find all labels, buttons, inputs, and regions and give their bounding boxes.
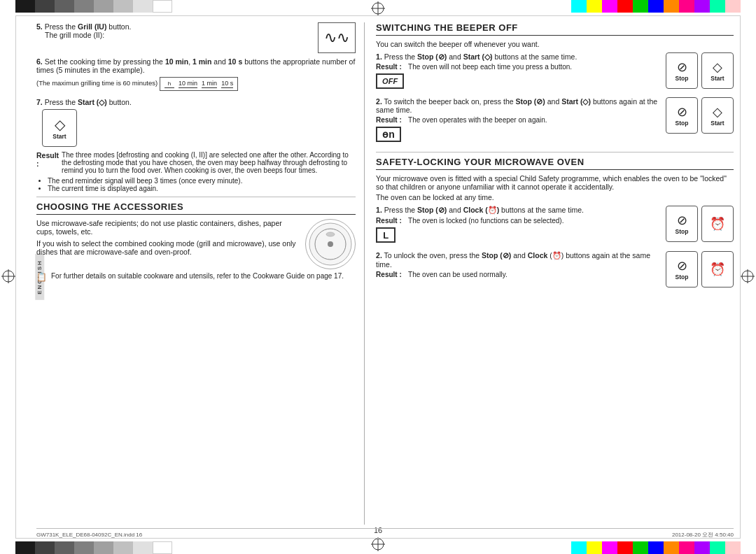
color-bars-bottom-right <box>571 541 741 554</box>
safety-text-2: The oven can be locked at any time. <box>376 193 734 201</box>
step-5-num: 5. <box>36 22 43 31</box>
accessories-section: CHOOSING THE ACCESSORIES Use microwave-s… <box>36 201 356 282</box>
reg-mark-right-center <box>741 269 755 285</box>
svg-point-14 <box>328 241 333 247</box>
step-5-text: 5. Press the Grill (IU) button. The gril… <box>36 22 312 39</box>
stop-button-1: ⊘ Stop <box>666 52 698 89</box>
time-display: h 10 min 1 min 10 s <box>160 77 238 91</box>
stop-button-4: ⊘ Stop <box>666 251 698 287</box>
footer-left: GW731K_ELE_DE68-04092C_EN.indd 16 <box>36 532 142 538</box>
right-column: SWITCHING THE BEEPER OFF You can switch … <box>365 22 734 525</box>
step-7: 7. Press the Start (◇) button. ◇ Start R… <box>36 98 356 192</box>
start-button-2: ◇ Start <box>701 97 734 134</box>
color-bars-top-right <box>571 0 741 13</box>
lock-display: L <box>376 227 396 243</box>
beeper-section: SWITCHING THE BEEPER OFF You can switch … <box>376 22 734 145</box>
safety-section: SAFETY-LOCKING YOUR MICROWAVE OVEN Your … <box>376 157 734 287</box>
color-bars-top-left <box>15 0 172 13</box>
stop-button-2: ⊘ Stop <box>666 97 698 134</box>
beeper-step2-buttons: ⊘ Stop ◇ Start <box>666 97 734 134</box>
left-column: 5. Press the Grill (IU) button. The gril… <box>36 22 364 525</box>
step-7-result: ◇ Start <box>36 109 356 150</box>
divider-safety <box>376 152 734 152</box>
beeper-intro: You can switch the beeper off whenever y… <box>376 40 734 48</box>
start-button-1: ◇ Start <box>701 52 734 89</box>
content-area: 5. Press the Grill (IU) button. The gril… <box>36 22 734 525</box>
footer-right: 2012-08-20 오전 4:50:40 <box>672 531 734 539</box>
off-display: OFF <box>376 73 404 89</box>
on-display: өn <box>376 127 401 142</box>
start-button-icon: ◇ Start <box>42 109 77 147</box>
clock-button-2: ⏰ <box>701 251 734 287</box>
stop-button-3: ⊘ Stop <box>666 206 698 242</box>
beeper-step-2: 2. To switch the beeper back on, press t… <box>376 97 734 145</box>
divider-accessories <box>36 197 356 197</box>
accessories-heading: CHOOSING THE ACCESSORIES <box>36 201 356 215</box>
beeper-step-1: 1. Press the Stop (⊘) and Start (◇) butt… <box>376 52 734 92</box>
step-7-bullets: The end reminder signal will beep 3 time… <box>48 177 356 192</box>
accessories-text-1: Use microwave-safe recipients; do not us… <box>36 219 301 236</box>
accessories-text-2: If you wish to select the combined cooki… <box>36 239 301 256</box>
accessories-note: 📋 For further details on suitable cookwa… <box>36 272 356 282</box>
step-5-bold: Grill (IU) <box>78 22 106 31</box>
safety-step-2: 2. To unlock the oven, press the Stop (⊘… <box>376 251 734 287</box>
svg-point-15 <box>326 232 335 236</box>
grill-icon-box: ∿∿ <box>318 22 356 53</box>
step-6: 6. Set the cooking time by pressing the … <box>36 57 356 94</box>
reg-mark-top-center <box>371 1 385 17</box>
safety-text-1: Your microwave oven is fitted with a spe… <box>376 174 734 191</box>
color-bars-bottom-left <box>15 541 172 554</box>
reg-mark-bottom-center <box>371 537 385 553</box>
safety-step2-buttons: ⊘ Stop ⏰ <box>666 251 734 287</box>
beeper-step1-buttons: ⊘ Stop ◇ Start <box>666 52 734 89</box>
safety-heading: SAFETY-LOCKING YOUR MICROWAVE OVEN <box>376 157 734 170</box>
safety-step-1: 1. Press the Stop (⊘) and Clock (⏰) butt… <box>376 206 734 246</box>
step-5: 5. Press the Grill (IU) button. The gril… <box>36 22 356 53</box>
accessories-image <box>305 219 356 269</box>
footer: GW731K_ELE_DE68-04092C_EN.indd 16 2012-0… <box>36 528 734 539</box>
clock-button-1: ⏰ <box>701 206 734 242</box>
reg-mark-left-center <box>1 269 15 285</box>
safety-step1-buttons: ⊘ Stop ⏰ <box>666 206 734 242</box>
beeper-heading: SWITCHING THE BEEPER OFF <box>376 22 734 36</box>
